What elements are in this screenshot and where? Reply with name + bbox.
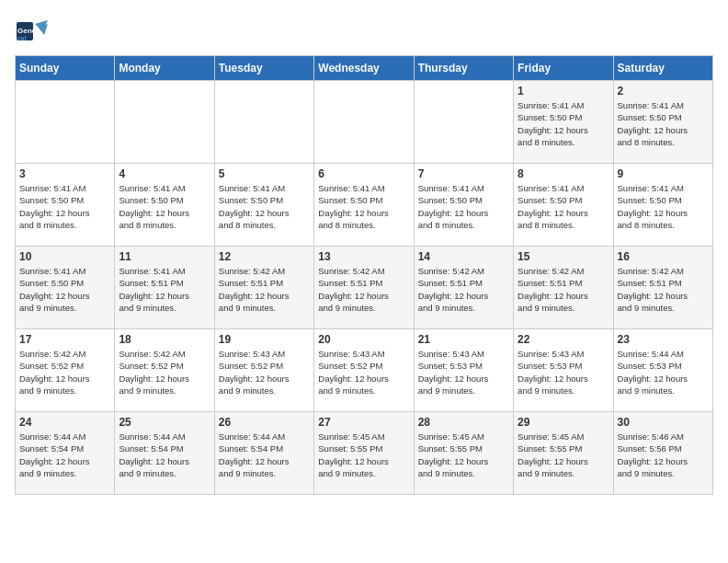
calendar-cell: 29Sunrise: 5:45 AM Sunset: 5:55 PM Dayli… (514, 412, 613, 495)
calendar-cell: 22Sunrise: 5:43 AM Sunset: 5:53 PM Dayli… (514, 329, 613, 412)
day-number: 17 (19, 333, 110, 346)
day-number: 9 (618, 167, 709, 180)
day-number: 7 (418, 167, 509, 180)
day-number: 26 (219, 416, 310, 429)
day-info: Sunrise: 5:41 AM Sunset: 5:50 PM Dayligh… (518, 99, 609, 148)
calendar-cell: 7Sunrise: 5:41 AM Sunset: 5:50 PM Daylig… (414, 164, 513, 247)
day-info: Sunrise: 5:43 AM Sunset: 5:53 PM Dayligh… (418, 348, 509, 396)
day-info: Sunrise: 5:41 AM Sunset: 5:50 PM Dayligh… (618, 182, 709, 231)
calendar-cell (214, 81, 313, 164)
day-info: Sunrise: 5:45 AM Sunset: 5:55 PM Dayligh… (518, 431, 609, 479)
day-number: 4 (119, 167, 210, 180)
calendar-cell (314, 81, 414, 164)
day-info: Sunrise: 5:41 AM Sunset: 5:50 PM Dayligh… (518, 182, 609, 231)
weekday-header-monday: Monday (115, 56, 214, 81)
day-number: 10 (19, 250, 110, 263)
day-number: 13 (318, 250, 409, 263)
calendar-cell: 9Sunrise: 5:41 AM Sunset: 5:50 PM Daylig… (613, 164, 712, 247)
calendar-cell: 1Sunrise: 5:41 AM Sunset: 5:50 PM Daylig… (514, 81, 613, 164)
weekday-header-sunday: Sunday (16, 56, 115, 81)
calendar-cell (16, 81, 115, 164)
calendar-cell: 20Sunrise: 5:43 AM Sunset: 5:52 PM Dayli… (314, 329, 414, 412)
calendar-cell: 23Sunrise: 5:44 AM Sunset: 5:53 PM Dayli… (613, 329, 712, 412)
calendar-cell: 6Sunrise: 5:41 AM Sunset: 5:50 PM Daylig… (314, 164, 414, 247)
day-number: 30 (618, 416, 709, 429)
calendar-cell: 11Sunrise: 5:41 AM Sunset: 5:51 PM Dayli… (115, 247, 214, 329)
calendar-table: SundayMondayTuesdayWednesdayThursdayFrid… (15, 55, 713, 495)
day-info: Sunrise: 5:42 AM Sunset: 5:51 PM Dayligh… (518, 265, 609, 314)
weekday-header-saturday: Saturday (613, 56, 712, 81)
calendar-cell: 27Sunrise: 5:45 AM Sunset: 5:55 PM Dayli… (314, 412, 414, 495)
calendar-cell: 8Sunrise: 5:41 AM Sunset: 5:50 PM Daylig… (514, 164, 613, 247)
day-info: Sunrise: 5:45 AM Sunset: 5:55 PM Dayligh… (318, 431, 409, 479)
calendar-cell: 21Sunrise: 5:43 AM Sunset: 5:53 PM Dayli… (414, 329, 513, 412)
day-number: 11 (119, 250, 210, 263)
calendar-cell: 18Sunrise: 5:42 AM Sunset: 5:52 PM Dayli… (115, 329, 214, 412)
day-info: Sunrise: 5:46 AM Sunset: 5:56 PM Dayligh… (618, 431, 709, 479)
calendar-cell: 24Sunrise: 5:44 AM Sunset: 5:54 PM Dayli… (16, 412, 115, 495)
day-number: 8 (518, 167, 609, 180)
calendar-cell: 16Sunrise: 5:42 AM Sunset: 5:51 PM Dayli… (613, 247, 712, 329)
calendar-cell: 3Sunrise: 5:41 AM Sunset: 5:50 PM Daylig… (16, 164, 115, 247)
weekday-header-wednesday: Wednesday (314, 56, 414, 81)
calendar-cell: 25Sunrise: 5:44 AM Sunset: 5:54 PM Dayli… (115, 412, 214, 495)
calendar-cell: 5Sunrise: 5:41 AM Sunset: 5:50 PM Daylig… (214, 164, 313, 247)
calendar-cell: 13Sunrise: 5:42 AM Sunset: 5:51 PM Dayli… (314, 247, 414, 329)
calendar-cell (414, 81, 513, 164)
day-info: Sunrise: 5:42 AM Sunset: 5:51 PM Dayligh… (418, 265, 509, 314)
day-number: 1 (518, 85, 609, 98)
day-info: Sunrise: 5:44 AM Sunset: 5:53 PM Dayligh… (618, 348, 709, 396)
day-info: Sunrise: 5:41 AM Sunset: 5:51 PM Dayligh… (119, 265, 210, 314)
calendar-cell: 10Sunrise: 5:41 AM Sunset: 5:50 PM Dayli… (16, 247, 115, 329)
day-info: Sunrise: 5:41 AM Sunset: 5:50 PM Dayligh… (19, 265, 110, 314)
calendar-cell: 15Sunrise: 5:42 AM Sunset: 5:51 PM Dayli… (514, 247, 613, 329)
day-number: 20 (318, 333, 409, 346)
day-number: 18 (119, 333, 210, 346)
day-number: 25 (119, 416, 210, 429)
weekday-header-thursday: Thursday (414, 56, 513, 81)
day-number: 24 (19, 416, 110, 429)
day-info: Sunrise: 5:42 AM Sunset: 5:51 PM Dayligh… (618, 265, 709, 314)
day-info: Sunrise: 5:41 AM Sunset: 5:50 PM Dayligh… (618, 99, 709, 148)
calendar-cell: 28Sunrise: 5:45 AM Sunset: 5:55 PM Dayli… (414, 412, 513, 495)
day-number: 12 (219, 250, 310, 263)
day-number: 14 (418, 250, 509, 263)
day-info: Sunrise: 5:44 AM Sunset: 5:54 PM Dayligh… (219, 431, 310, 479)
day-number: 3 (19, 167, 110, 180)
calendar-cell: 30Sunrise: 5:46 AM Sunset: 5:56 PM Dayli… (613, 412, 712, 495)
day-info: Sunrise: 5:41 AM Sunset: 5:50 PM Dayligh… (418, 182, 509, 231)
day-info: Sunrise: 5:43 AM Sunset: 5:52 PM Dayligh… (318, 348, 409, 396)
calendar-cell: 14Sunrise: 5:42 AM Sunset: 5:51 PM Dayli… (414, 247, 513, 329)
svg-text:ral: ral (17, 34, 27, 42)
day-number: 28 (418, 416, 509, 429)
calendar-cell (115, 81, 214, 164)
calendar-cell: 19Sunrise: 5:43 AM Sunset: 5:52 PM Dayli… (214, 329, 313, 412)
day-number: 2 (618, 85, 709, 98)
weekday-header-friday: Friday (514, 56, 613, 81)
calendar-cell: 12Sunrise: 5:42 AM Sunset: 5:51 PM Dayli… (214, 247, 313, 329)
day-info: Sunrise: 5:43 AM Sunset: 5:52 PM Dayligh… (219, 348, 310, 396)
day-number: 21 (418, 333, 509, 346)
day-info: Sunrise: 5:42 AM Sunset: 5:52 PM Dayligh… (119, 348, 210, 396)
calendar-cell: 2Sunrise: 5:41 AM Sunset: 5:50 PM Daylig… (613, 81, 712, 164)
calendar-cell: 26Sunrise: 5:44 AM Sunset: 5:54 PM Dayli… (214, 412, 313, 495)
day-info: Sunrise: 5:45 AM Sunset: 5:55 PM Dayligh… (418, 431, 509, 479)
calendar-cell: 4Sunrise: 5:41 AM Sunset: 5:50 PM Daylig… (115, 164, 214, 247)
day-number: 27 (318, 416, 409, 429)
day-number: 5 (219, 167, 310, 180)
day-info: Sunrise: 5:41 AM Sunset: 5:50 PM Dayligh… (219, 182, 310, 231)
day-number: 6 (318, 167, 409, 180)
day-number: 19 (219, 333, 310, 346)
day-info: Sunrise: 5:44 AM Sunset: 5:54 PM Dayligh… (19, 431, 110, 479)
day-info: Sunrise: 5:41 AM Sunset: 5:50 PM Dayligh… (318, 182, 409, 231)
day-number: 22 (518, 333, 609, 346)
day-info: Sunrise: 5:44 AM Sunset: 5:54 PM Dayligh… (119, 431, 210, 479)
calendar-cell: 17Sunrise: 5:42 AM Sunset: 5:52 PM Dayli… (16, 329, 115, 412)
day-number: 16 (618, 250, 709, 263)
day-info: Sunrise: 5:42 AM Sunset: 5:51 PM Dayligh… (219, 265, 310, 314)
day-info: Sunrise: 5:41 AM Sunset: 5:50 PM Dayligh… (119, 182, 210, 231)
day-info: Sunrise: 5:42 AM Sunset: 5:51 PM Dayligh… (318, 265, 409, 314)
day-number: 15 (518, 250, 609, 263)
day-info: Sunrise: 5:43 AM Sunset: 5:53 PM Dayligh… (518, 348, 609, 396)
weekday-header-tuesday: Tuesday (214, 56, 313, 81)
